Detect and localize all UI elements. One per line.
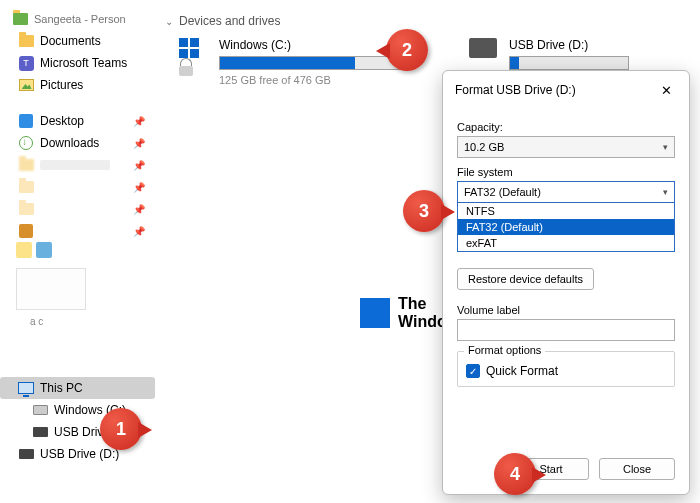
- thispc-icon: [18, 380, 34, 396]
- drive-tile-windows-c[interactable]: Windows (C:) 125 GB free of 476 GB: [179, 38, 409, 86]
- desktop-icon: [18, 113, 34, 129]
- drive-usage-bar: [509, 56, 629, 70]
- capacity-select[interactable]: 10.2 GB ▾: [457, 136, 675, 158]
- fs-option-exfat[interactable]: exFAT: [458, 235, 674, 251]
- pictures-icon: [18, 77, 34, 93]
- pin-icon: 📌: [133, 160, 145, 171]
- usb-icon: [18, 446, 34, 462]
- sidebar-item-label: Microsoft Teams: [40, 56, 127, 70]
- sidebar-user[interactable]: Sangeeta - Person: [0, 8, 155, 30]
- format-options-group: Format options ✓ Quick Format: [457, 351, 675, 387]
- annotation-callout-1: 1: [100, 408, 142, 450]
- sidebar-item-downloads[interactable]: Downloads 📌: [0, 132, 155, 154]
- pin-icon: 📌: [133, 116, 145, 127]
- sidebar-item-label: USB Drive (D:): [40, 447, 119, 461]
- annotation-callout-2: 2: [386, 29, 428, 71]
- format-options-title: Format options: [464, 344, 545, 356]
- close-button[interactable]: ✕: [655, 79, 677, 101]
- dialog-title-text: Format USB Drive (D:): [455, 83, 576, 97]
- sidebar-note: a c: [30, 316, 155, 327]
- sidebar-item-label: This PC: [40, 381, 83, 395]
- sidebar-item-label: Downloads: [40, 136, 99, 150]
- sidebar-user-label: Sangeeta - Person: [34, 13, 126, 25]
- pin-icon: 📌: [133, 226, 145, 237]
- close-dialog-button[interactable]: Close: [599, 458, 675, 480]
- fs-option-ntfs[interactable]: NTFS: [458, 203, 674, 219]
- folder-icon: [18, 157, 34, 173]
- section-title: Devices and drives: [179, 14, 280, 28]
- annotation-callout-4: 4: [494, 453, 536, 495]
- drive-name: USB Drive (D:): [509, 38, 639, 52]
- volume-label: Volume label: [457, 304, 675, 316]
- filesystem-dropdown: NTFS FAT32 (Default) exFAT: [457, 203, 675, 252]
- sidebar-item-desktop[interactable]: Desktop 📌: [0, 110, 155, 132]
- sidebar-preview-box: [16, 268, 86, 310]
- chevron-down-icon: ⌄: [165, 16, 173, 27]
- drive-icon: [32, 402, 48, 418]
- sidebar-item-blur3[interactable]: 📌: [0, 198, 155, 220]
- filesystem-label: File system: [457, 166, 675, 178]
- teams-icon: T: [18, 55, 34, 71]
- chevron-down-icon: ▾: [663, 187, 668, 197]
- sidebar-item-documents[interactable]: Documents: [0, 30, 155, 52]
- sidebar-item-label: Documents: [40, 34, 101, 48]
- devices-header[interactable]: ⌄ Devices and drives: [165, 14, 686, 28]
- sidebar-thumbs: [16, 242, 56, 262]
- quick-format-label: Quick Format: [486, 364, 558, 378]
- checkbox-checked-icon: ✓: [466, 364, 480, 378]
- chevron-down-icon: ▾: [663, 142, 668, 152]
- sidebar-item-label: Pictures: [40, 78, 83, 92]
- folder-icon: [18, 179, 34, 195]
- usb-icon: [32, 424, 48, 440]
- pin-icon: 📌: [133, 138, 145, 149]
- volume-label-input[interactable]: [457, 319, 675, 341]
- drive-icon-c: [179, 38, 209, 76]
- folder-icon: [18, 33, 34, 49]
- drive-subtext: 125 GB free of 476 GB: [219, 74, 409, 86]
- filesystem-select[interactable]: FAT32 (Default) ▾: [457, 181, 675, 203]
- fs-option-fat32[interactable]: FAT32 (Default): [458, 219, 674, 235]
- filesystem-selected: FAT32 (Default): [464, 186, 541, 198]
- sidebar-item-pictures[interactable]: Pictures: [0, 74, 155, 96]
- sidebar-item-teams[interactable]: T Microsoft Teams: [0, 52, 155, 74]
- capacity-value: 10.2 GB: [464, 141, 504, 153]
- download-icon: [18, 135, 34, 151]
- format-dialog: Format USB Drive (D:) ✕ Capacity: 10.2 G…: [442, 70, 690, 495]
- restore-defaults-button[interactable]: Restore device defaults: [457, 268, 594, 290]
- pin-icon: 📌: [133, 204, 145, 215]
- quick-format-checkbox[interactable]: ✓ Quick Format: [466, 364, 666, 378]
- dialog-titlebar[interactable]: Format USB Drive (D:) ✕: [443, 71, 689, 109]
- blurred-label: [40, 160, 110, 170]
- sidebar-this-pc[interactable]: This PC: [0, 377, 155, 399]
- sidebar-item-blur1[interactable]: 📌: [0, 154, 155, 176]
- pin-icon: 📌: [133, 182, 145, 193]
- sidebar-item-blur2[interactable]: 📌: [0, 176, 155, 198]
- folder-icon: [18, 223, 34, 239]
- user-icon: [12, 11, 28, 27]
- brand-square-icon: [360, 298, 390, 328]
- annotation-callout-3: 3: [403, 190, 445, 232]
- folder-icon: [18, 201, 34, 217]
- sidebar-item-blur4[interactable]: 📌: [0, 220, 155, 242]
- sidebar-item-label: Desktop: [40, 114, 84, 128]
- capacity-label: Capacity:: [457, 121, 675, 133]
